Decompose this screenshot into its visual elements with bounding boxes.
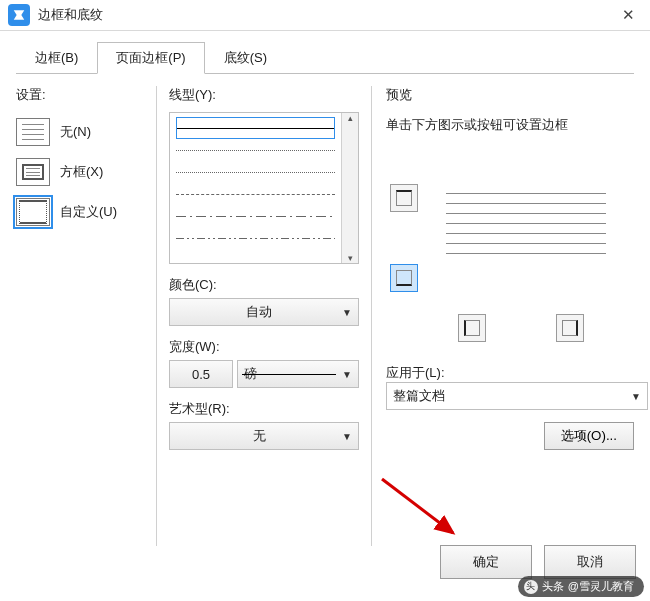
watermark-avatar-icon: 头 [524,580,538,594]
chevron-down-icon: ▼ [631,391,641,402]
width-label: 宽度(W): [169,338,359,356]
color-value: 自动 [176,303,342,321]
setting-box-label: 方框(X) [60,163,103,181]
apply-to-label: 应用于(L): [386,364,634,382]
width-spinner[interactable]: 0.5 [169,360,233,388]
linestyle-dotted[interactable] [176,161,335,183]
setting-none-icon [16,118,50,146]
settings-label: 设置: [16,86,156,104]
setting-box-icon [16,158,50,186]
watermark-author: @雪灵儿教育 [568,579,634,594]
chevron-down-icon: ▼ [342,307,352,318]
setting-custom-icon [16,198,50,226]
scroll-up-icon[interactable]: ▴ [348,113,353,123]
tab-strip: 边框(B) 页面边框(P) 底纹(S) [0,31,650,73]
color-label: 颜色(C): [169,276,359,294]
art-dropdown[interactable]: 无 ▼ [169,422,359,450]
options-button[interactable]: 选项(O)... [544,422,634,450]
dialog-footer: 确定 取消 [440,545,636,579]
width-unit: 磅 [244,365,257,383]
dialog-body: 设置: 无(N) 方框(X) 自定义(U) [0,74,650,546]
chevron-down-icon: ▼ [342,369,352,380]
linestyle-items [170,113,341,263]
linestyle-scrollbar[interactable]: ▴ ▾ [341,113,358,263]
linestyle-solid[interactable] [176,117,335,139]
setting-none-label: 无(N) [60,123,91,141]
border-right-button[interactable] [556,314,584,342]
border-top-button[interactable] [390,184,418,212]
wps-app-icon [8,4,30,26]
preview-hint: 单击下方图示或按钮可设置边框 [386,116,634,134]
linestyle-dotted-fine[interactable] [176,139,335,161]
border-bottom-button[interactable] [390,264,418,292]
setting-custom-label: 自定义(U) [60,203,117,221]
close-icon[interactable]: ✕ [606,0,650,30]
tab-borders[interactable]: 边框(B) [16,42,97,74]
settings-column: 设置: 无(N) 方框(X) 自定义(U) [16,86,156,546]
art-value: 无 [176,427,342,445]
linestyle-dashed[interactable] [176,183,335,205]
setting-custom[interactable]: 自定义(U) [16,198,156,226]
titlebar: 边框和底纹 ✕ [0,0,650,31]
apply-to-value: 整篇文档 [393,387,631,405]
tab-shading[interactable]: 底纹(S) [205,42,286,74]
setting-box[interactable]: 方框(X) [16,158,156,186]
linestyle-dashdot[interactable] [176,205,335,227]
tab-page-border[interactable]: 页面边框(P) [97,42,204,74]
color-dropdown[interactable]: 自动 ▼ [169,298,359,326]
art-label: 艺术型(R): [169,400,359,418]
preview-label: 预览 [386,86,634,104]
setting-none[interactable]: 无(N) [16,118,156,146]
preview-column: 预览 单击下方图示或按钮可设置边框 应用于(L): 整篇文档 ▼ 选项(O)..… [372,86,634,546]
linestyle-label: 线型(Y): [169,86,359,104]
width-unit-dropdown[interactable]: 磅 ▼ [237,360,359,388]
watermark-prefix: 头条 [542,579,564,594]
width-value: 0.5 [176,367,226,382]
dialog-window: 边框和底纹 ✕ 边框(B) 页面边框(P) 底纹(S) 设置: 无(N) 方框(… [0,0,650,601]
scroll-down-icon[interactable]: ▾ [348,253,353,263]
dialog-title: 边框和底纹 [38,6,606,24]
cancel-button[interactable]: 取消 [544,545,636,579]
watermark-badge: 头 头条 @雪灵儿教育 [518,576,644,597]
linestyle-dashdotdot[interactable] [176,227,335,249]
ok-button[interactable]: 确定 [440,545,532,579]
chevron-down-icon: ▼ [342,431,352,442]
style-column: 线型(Y): ▴ ▾ 颜色(C): 自动 ▼ [156,86,372,546]
preview-page [446,184,606,304]
apply-to-dropdown[interactable]: 整篇文档 ▼ [386,382,648,410]
linestyle-list[interactable]: ▴ ▾ [169,112,359,264]
border-left-button[interactable] [458,314,486,342]
preview-area [386,154,634,324]
